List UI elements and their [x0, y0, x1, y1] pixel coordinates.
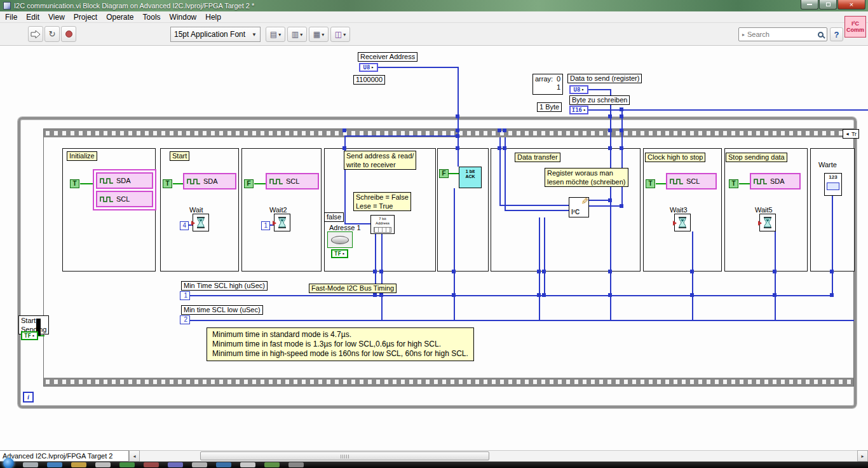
boolean-wire[interactable] — [739, 183, 750, 184]
wire-byte-zu-schreiben[interactable] — [621, 109, 623, 137]
data-to-send-label[interactable]: Data to send (register) — [567, 74, 642, 83]
font-selector[interactable]: 15pt Application Font ▼ — [170, 27, 261, 42]
byte-zu-schreiben-terminal[interactable]: I16▸ — [569, 106, 588, 114]
frame-title[interactable]: Clock high to stop — [645, 153, 705, 162]
boolean-push-button[interactable] — [327, 231, 353, 248]
wire[interactable] — [775, 231, 776, 321]
fast-mode-label[interactable]: Fast-Mode I2C Bus Timing — [309, 284, 397, 293]
schreibe-lese-note[interactable]: Schreibe = False Lese = True — [353, 192, 411, 211]
abort-button[interactable] — [61, 26, 76, 42]
i2c-write-node[interactable]: ✎ I²C — [569, 197, 589, 217]
menu-edit[interactable]: Edit — [26, 12, 44, 22]
square-waveform-box[interactable]: SCL — [266, 173, 319, 189]
array-element[interactable]: 1 — [557, 83, 560, 91]
scroll-right-button[interactable]: ▸ — [857, 450, 868, 462]
taskbar-icon[interactable] — [95, 462, 111, 467]
menu-view[interactable]: View — [48, 12, 70, 22]
resize-objects-dropdown[interactable]: ▦▾ — [309, 27, 329, 42]
boolean-wire[interactable] — [449, 173, 459, 174]
boolean-wire[interactable] — [173, 183, 183, 184]
block-diagram-canvas[interactable]: ◄ Tr — [0, 46, 868, 450]
square-waveform-box[interactable]: SDA — [750, 173, 801, 189]
boolean-terminal[interactable]: TF▸ — [331, 249, 348, 258]
case-selector-tab[interactable]: ◄ Tr — [843, 129, 859, 139]
taskbar-icon[interactable] — [47, 462, 62, 467]
boolean-constant[interactable]: T — [70, 179, 79, 188]
receiver-address-terminal[interactable]: U8▸ — [359, 63, 378, 72]
boolean-constant[interactable]: T — [729, 179, 738, 188]
target-tab[interactable]: Advanced I2C.lvproj/FPGA Target 2 — [0, 450, 129, 462]
taskbar-icon[interactable] — [119, 462, 135, 467]
square-waveform-box[interactable]: SCL — [666, 173, 717, 189]
boolean-wire[interactable] — [80, 183, 93, 184]
array-constant[interactable]: array: 0 1 — [532, 74, 563, 95]
vi-icon[interactable]: I²C Comm — [844, 16, 866, 38]
distribute-objects-dropdown[interactable]: ▥▾ — [287, 27, 307, 42]
seven-bit-address-array[interactable]: 7 bit Address — [370, 215, 395, 234]
maximize-button[interactable] — [819, 0, 837, 10]
boolean-wire[interactable] — [254, 183, 266, 184]
frame-title[interactable]: Start — [170, 151, 189, 161]
boolean-constant[interactable]: T — [646, 179, 655, 188]
one-byte-label[interactable]: 1 Byte — [537, 102, 562, 112]
menu-file[interactable]: File — [5, 12, 22, 22]
search-input[interactable] — [747, 31, 815, 38]
one-bit-ack-node[interactable]: 1 bit ACK — [459, 167, 482, 188]
array-index[interactable]: 0 — [557, 75, 560, 83]
run-continuous-button[interactable]: ↻ — [44, 26, 60, 42]
wait-usec-node[interactable] — [674, 214, 691, 231]
reorder-objects-dropdown[interactable]: ◫▾ — [330, 27, 350, 42]
boolean-constant[interactable]: F — [244, 179, 254, 188]
taskbar-icon[interactable] — [240, 462, 255, 467]
receiver-address-value[interactable]: 1100000 — [353, 75, 385, 85]
wire[interactable] — [589, 205, 623, 207]
wire[interactable] — [832, 196, 833, 296]
boolean-constant[interactable]: F — [439, 169, 449, 178]
timing-comment[interactable]: Minimum time in standard mode is 4.7µs. … — [207, 327, 474, 361]
wait-usec-node[interactable] — [193, 214, 209, 231]
menu-project[interactable]: Project — [74, 12, 102, 22]
numeric-constant[interactable]: 1 — [261, 221, 270, 230]
frame-title[interactable]: Initialize — [67, 151, 97, 161]
false-constant-label[interactable]: false — [324, 212, 344, 222]
scl-low-label[interactable]: Min time SCL low (uSec) — [181, 305, 263, 315]
taskbar-icon[interactable] — [288, 462, 304, 467]
menu-tools[interactable]: Tools — [143, 12, 166, 22]
scl-low-value[interactable]: 2 — [180, 315, 190, 324]
wire[interactable] — [692, 231, 693, 321]
scl-high-value[interactable]: 1 — [180, 291, 190, 300]
frame-title[interactable]: Warte — [818, 161, 837, 169]
numeric-constant[interactable]: 4 — [180, 221, 189, 230]
wire[interactable] — [544, 217, 545, 296]
horizontal-scrollbar[interactable] — [140, 450, 857, 462]
taskbar-icon[interactable] — [144, 462, 159, 467]
data-to-send-terminal[interactable]: U8▸ — [569, 85, 588, 94]
boolean-constant[interactable]: T — [163, 179, 172, 188]
wire-scl-high-time[interactable] — [190, 295, 833, 296]
sda-scl-cluster[interactable]: SDA SCL — [93, 169, 156, 210]
receiver-address-label[interactable]: Receiver Address — [358, 52, 417, 62]
taskbar-icon[interactable] — [192, 462, 207, 467]
wait-usec-node[interactable] — [274, 214, 290, 231]
frame-title[interactable]: Data transfer — [515, 153, 560, 162]
menu-window[interactable]: Window — [170, 12, 202, 22]
close-button[interactable]: × — [837, 0, 865, 10]
scrollbar-thumb[interactable] — [200, 451, 489, 460]
taskbar-icon[interactable] — [71, 462, 86, 467]
context-help-button[interactable]: ? — [830, 27, 843, 41]
scl-high-label[interactable]: Min Time SCL high (uSec) — [181, 281, 268, 291]
taskbar-icon[interactable] — [168, 462, 183, 467]
run-button[interactable] — [28, 26, 43, 42]
iteration-terminal[interactable]: i — [23, 392, 34, 403]
search-box[interactable]: ▸ — [738, 27, 827, 41]
search-history-arrow-icon[interactable]: ▸ — [742, 32, 745, 38]
start-button[interactable] — [3, 458, 14, 468]
menu-operate[interactable]: Operate — [106, 12, 139, 22]
wait-ms-node[interactable]: 123 — [824, 173, 842, 196]
square-waveform-box[interactable]: SCL — [96, 191, 153, 207]
byte-zu-schreiben-label[interactable]: Byte zu schreiben — [569, 95, 630, 105]
wire-byte-zu-schreiben[interactable] — [588, 109, 868, 111]
square-waveform-box[interactable]: SDA — [96, 172, 153, 189]
wire[interactable] — [505, 210, 569, 211]
wire-scl-low-time[interactable] — [190, 320, 854, 321]
